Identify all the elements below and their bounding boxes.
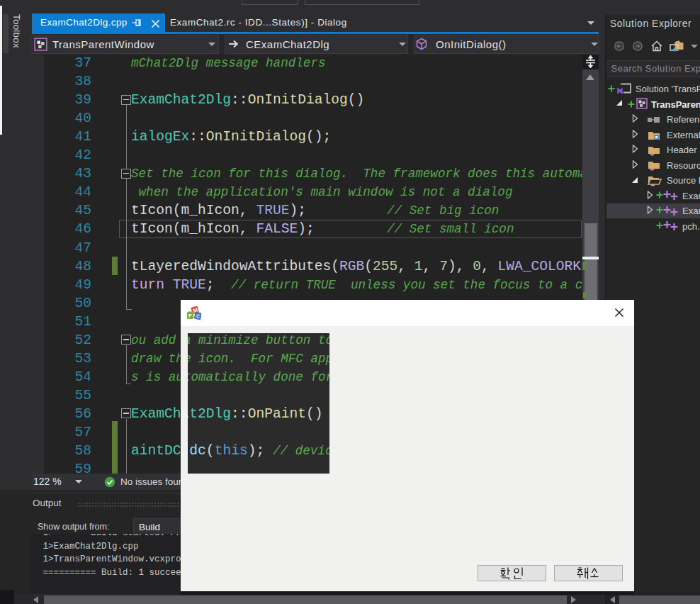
svg-text:F: F: [188, 312, 192, 318]
